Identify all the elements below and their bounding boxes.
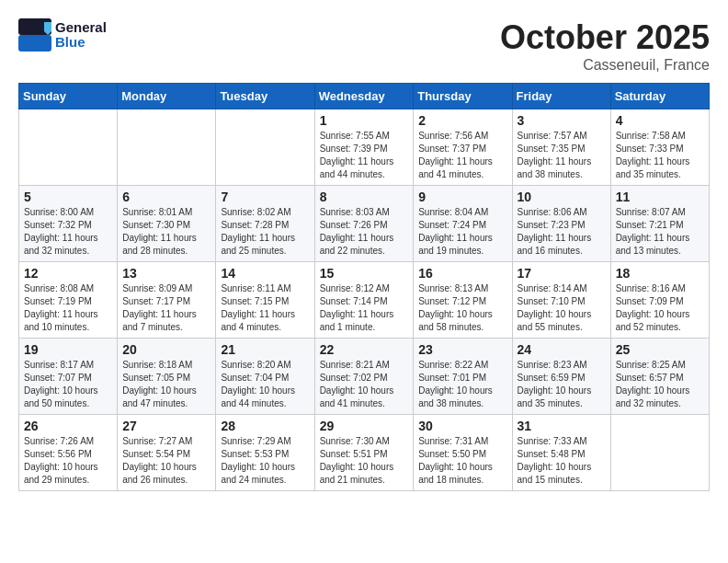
weekday-header-monday: Monday	[118, 84, 216, 109]
calendar-day-31: 31Sunrise: 7:33 AM Sunset: 5:48 PM Dayli…	[512, 415, 610, 491]
title-block: October 2025 Casseneuil, France	[500, 18, 710, 74]
calendar-empty-cell	[19, 109, 118, 186]
calendar-header-row: SundayMondayTuesdayWednesdayThursdayFrid…	[19, 84, 710, 109]
day-info: Sunrise: 8:04 AM Sunset: 7:24 PM Dayligh…	[418, 206, 506, 258]
calendar-day-5: 5Sunrise: 8:00 AM Sunset: 7:32 PM Daylig…	[19, 186, 118, 262]
day-number: 24	[518, 342, 606, 357]
calendar-day-13: 13Sunrise: 8:09 AM Sunset: 7:17 PM Dayli…	[118, 262, 216, 339]
calendar-table: SundayMondayTuesdayWednesdayThursdayFrid…	[18, 83, 710, 491]
day-number: 29	[320, 419, 409, 433]
calendar-day-15: 15Sunrise: 8:12 AM Sunset: 7:14 PM Dayli…	[314, 262, 414, 339]
day-number: 6	[122, 190, 210, 204]
calendar-day-27: 27Sunrise: 7:27 AM Sunset: 5:54 PM Dayli…	[118, 415, 216, 491]
page-header: General Blue October 2025 Casseneuil, Fr…	[18, 18, 710, 74]
day-number: 7	[221, 190, 309, 204]
calendar-day-14: 14Sunrise: 8:11 AM Sunset: 7:15 PM Dayli…	[216, 262, 314, 339]
day-number: 20	[122, 342, 210, 357]
day-info: Sunrise: 7:31 AM Sunset: 5:50 PM Dayligh…	[418, 435, 506, 487]
day-number: 23	[418, 342, 506, 357]
day-info: Sunrise: 8:02 AM Sunset: 7:28 PM Dayligh…	[221, 206, 309, 258]
day-info: Sunrise: 8:16 AM Sunset: 7:09 PM Dayligh…	[616, 282, 704, 334]
day-info: Sunrise: 8:18 AM Sunset: 7:05 PM Dayligh…	[122, 359, 210, 410]
calendar-day-16: 16Sunrise: 8:13 AM Sunset: 7:12 PM Dayli…	[414, 262, 512, 339]
weekday-header-friday: Friday	[512, 84, 610, 109]
day-number: 16	[418, 266, 506, 281]
calendar-empty-cell	[216, 109, 314, 186]
day-number: 18	[616, 266, 704, 281]
day-info: Sunrise: 8:23 AM Sunset: 6:59 PM Dayligh…	[518, 359, 606, 410]
day-number: 1	[320, 113, 409, 128]
day-number: 12	[24, 266, 112, 281]
weekday-header-thursday: Thursday	[414, 84, 512, 109]
day-info: Sunrise: 8:09 AM Sunset: 7:17 PM Dayligh…	[122, 282, 210, 334]
calendar-day-22: 22Sunrise: 8:21 AM Sunset: 7:02 PM Dayli…	[314, 339, 414, 415]
day-number: 28	[221, 419, 309, 433]
weekday-header-tuesday: Tuesday	[216, 84, 314, 109]
day-info: Sunrise: 7:29 AM Sunset: 5:53 PM Dayligh…	[221, 435, 309, 487]
calendar-week-row: 12Sunrise: 8:08 AM Sunset: 7:19 PM Dayli…	[19, 262, 710, 339]
day-number: 15	[320, 266, 409, 281]
day-number: 13	[122, 266, 210, 281]
day-number: 8	[320, 190, 409, 204]
weekday-header-sunday: Sunday	[19, 84, 118, 109]
day-info: Sunrise: 7:33 AM Sunset: 5:48 PM Dayligh…	[518, 435, 606, 487]
day-number: 14	[221, 266, 309, 281]
calendar-day-24: 24Sunrise: 8:23 AM Sunset: 6:59 PM Dayli…	[512, 339, 610, 415]
day-info: Sunrise: 8:14 AM Sunset: 7:10 PM Dayligh…	[518, 282, 606, 334]
calendar-day-12: 12Sunrise: 8:08 AM Sunset: 7:19 PM Dayli…	[19, 262, 118, 339]
calendar-day-9: 9Sunrise: 8:04 AM Sunset: 7:24 PM Daylig…	[414, 186, 512, 262]
day-number: 26	[24, 419, 112, 433]
day-number: 9	[418, 190, 506, 204]
day-info: Sunrise: 7:57 AM Sunset: 7:35 PM Dayligh…	[518, 130, 606, 181]
day-number: 5	[24, 190, 112, 204]
calendar-empty-cell	[610, 415, 709, 491]
calendar-day-26: 26Sunrise: 7:26 AM Sunset: 5:56 PM Dayli…	[19, 415, 118, 491]
day-number: 4	[616, 113, 704, 128]
day-info: Sunrise: 8:22 AM Sunset: 7:01 PM Dayligh…	[418, 359, 506, 410]
location: Casseneuil, France	[500, 57, 710, 74]
day-number: 21	[221, 342, 309, 357]
day-number: 25	[616, 342, 704, 357]
calendar-week-row: 19Sunrise: 8:17 AM Sunset: 7:07 PM Dayli…	[19, 339, 710, 415]
calendar-empty-cell	[118, 109, 216, 186]
day-number: 19	[24, 342, 112, 357]
day-number: 2	[418, 113, 506, 128]
day-info: Sunrise: 8:06 AM Sunset: 7:23 PM Dayligh…	[518, 206, 606, 258]
calendar-day-1: 1Sunrise: 7:55 AM Sunset: 7:39 PM Daylig…	[314, 109, 414, 186]
logo-blue: Blue	[55, 35, 107, 51]
logo-general: General	[55, 20, 107, 36]
calendar-week-row: 1Sunrise: 7:55 AM Sunset: 7:39 PM Daylig…	[19, 109, 710, 186]
calendar-day-6: 6Sunrise: 8:01 AM Sunset: 7:30 PM Daylig…	[118, 186, 216, 262]
calendar-day-19: 19Sunrise: 8:17 AM Sunset: 7:07 PM Dayli…	[19, 339, 118, 415]
weekday-header-saturday: Saturday	[610, 84, 709, 109]
month-title: October 2025	[500, 18, 710, 57]
calendar-week-row: 26Sunrise: 7:26 AM Sunset: 5:56 PM Dayli…	[19, 415, 710, 491]
logo: General Blue	[18, 18, 107, 52]
day-number: 3	[518, 113, 606, 128]
calendar-day-21: 21Sunrise: 8:20 AM Sunset: 7:04 PM Dayli…	[216, 339, 314, 415]
calendar-week-row: 5Sunrise: 8:00 AM Sunset: 7:32 PM Daylig…	[19, 186, 710, 262]
calendar-day-3: 3Sunrise: 7:57 AM Sunset: 7:35 PM Daylig…	[512, 109, 610, 186]
day-number: 31	[518, 419, 606, 433]
day-info: Sunrise: 8:08 AM Sunset: 7:19 PM Dayligh…	[24, 282, 112, 334]
day-info: Sunrise: 8:21 AM Sunset: 7:02 PM Dayligh…	[320, 359, 409, 410]
calendar-day-7: 7Sunrise: 8:02 AM Sunset: 7:28 PM Daylig…	[216, 186, 314, 262]
day-info: Sunrise: 8:12 AM Sunset: 7:14 PM Dayligh…	[320, 282, 409, 334]
calendar-day-2: 2Sunrise: 7:56 AM Sunset: 7:37 PM Daylig…	[414, 109, 512, 186]
day-number: 11	[616, 190, 704, 204]
day-info: Sunrise: 7:55 AM Sunset: 7:39 PM Dayligh…	[320, 130, 409, 181]
day-info: Sunrise: 8:07 AM Sunset: 7:21 PM Dayligh…	[616, 206, 704, 258]
day-number: 17	[518, 266, 606, 281]
day-info: Sunrise: 8:11 AM Sunset: 7:15 PM Dayligh…	[221, 282, 309, 334]
calendar-day-11: 11Sunrise: 8:07 AM Sunset: 7:21 PM Dayli…	[610, 186, 709, 262]
calendar-day-4: 4Sunrise: 7:58 AM Sunset: 7:33 PM Daylig…	[610, 109, 709, 186]
day-info: Sunrise: 7:30 AM Sunset: 5:51 PM Dayligh…	[320, 435, 409, 487]
calendar-day-30: 30Sunrise: 7:31 AM Sunset: 5:50 PM Dayli…	[414, 415, 512, 491]
calendar-day-20: 20Sunrise: 8:18 AM Sunset: 7:05 PM Dayli…	[118, 339, 216, 415]
day-info: Sunrise: 7:56 AM Sunset: 7:37 PM Dayligh…	[418, 130, 506, 181]
calendar-day-8: 8Sunrise: 8:03 AM Sunset: 7:26 PM Daylig…	[314, 186, 414, 262]
day-info: Sunrise: 8:13 AM Sunset: 7:12 PM Dayligh…	[418, 282, 506, 334]
calendar-day-23: 23Sunrise: 8:22 AM Sunset: 7:01 PM Dayli…	[414, 339, 512, 415]
day-info: Sunrise: 8:20 AM Sunset: 7:04 PM Dayligh…	[221, 359, 309, 410]
day-info: Sunrise: 8:00 AM Sunset: 7:32 PM Dayligh…	[24, 206, 112, 258]
